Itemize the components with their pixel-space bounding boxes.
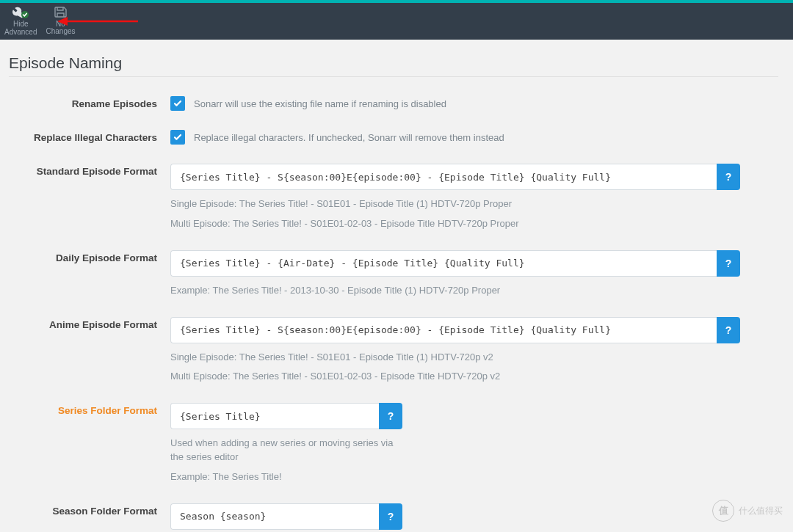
hint-standard-single: Single Episode: The Series Title! - S01E…: [170, 197, 552, 211]
row-rename-episodes: Rename Episodes Sonarr will use the exis…: [9, 96, 778, 111]
checkbox-replace-illegal[interactable]: [170, 130, 185, 145]
input-standard-format[interactable]: [170, 164, 717, 190]
label-anime-format: Anime Episode Format: [9, 317, 170, 332]
row-daily-format: Daily Episode Format ? Example: The Seri…: [9, 250, 778, 298]
hint-daily: Example: The Series Title! - 2013-10-30 …: [170, 284, 552, 298]
save-disk-icon: [54, 7, 68, 21]
hint-anime-multi: Multi Episode: The Series Title! - S01E0…: [170, 370, 552, 384]
help-button-season-folder[interactable]: ?: [379, 503, 402, 530]
no-changes-button[interactable]: No Changes: [46, 7, 75, 36]
help-button-anime[interactable]: ?: [717, 317, 740, 343]
label-series-folder: Series Folder Format: [9, 403, 170, 418]
hint-standard-multi: Multi Episode: The Series Title! - S01E0…: [170, 217, 552, 231]
label-daily-format: Daily Episode Format: [9, 250, 170, 265]
input-series-folder[interactable]: [170, 403, 379, 429]
row-standard-format: Standard Episode Format ? Single Episode…: [9, 164, 778, 231]
hint-anime-single: Single Episode: The Series Title! - S01E…: [170, 351, 552, 365]
label-replace-illegal: Replace Illegal Characters: [9, 130, 170, 145]
input-season-folder[interactable]: [170, 503, 379, 530]
watermark: 值 什么值得买: [712, 500, 783, 522]
label-rename-episodes: Rename Episodes: [9, 96, 170, 111]
help-replace-illegal: Replace illegal characters. If unchecked…: [194, 132, 504, 143]
watermark-text: 什么值得买: [739, 505, 783, 517]
help-button-daily[interactable]: ?: [717, 250, 740, 277]
row-anime-format: Anime Episode Format ? Single Episode: T…: [9, 317, 778, 385]
toolbar: Hide Advanced No Changes: [0, 3, 793, 40]
help-button-standard[interactable]: ?: [717, 164, 740, 190]
check-icon: [173, 132, 183, 142]
watermark-badge-icon: 值: [712, 500, 734, 522]
hint-series-folder-1: Used when adding a new series or moving …: [170, 437, 405, 464]
page-content: Episode Naming Rename Episodes Sonarr wi…: [0, 40, 793, 532]
toolbar-btn-line2: Advanced: [4, 29, 37, 37]
input-daily-format[interactable]: [170, 250, 717, 277]
help-rename-episodes: Sonarr will use the existing file name i…: [194, 98, 446, 109]
help-button-series-folder[interactable]: ?: [379, 403, 402, 429]
check-icon: [173, 98, 183, 109]
hint-series-folder-2: Example: The Series Title!: [170, 470, 552, 484]
label-season-folder: Season Folder Format: [9, 503, 170, 518]
row-season-folder: Season Folder Format ? Example: Season 1: [9, 503, 778, 532]
row-replace-illegal: Replace Illegal Characters Replace illeg…: [9, 130, 778, 145]
label-standard-format: Standard Episode Format: [9, 164, 170, 178]
input-anime-format[interactable]: [170, 317, 717, 343]
wrench-check-icon: [12, 7, 29, 21]
page-title: Episode Naming: [9, 54, 778, 77]
hide-advanced-button[interactable]: Hide Advanced: [4, 7, 37, 37]
toolbar-btn-line2: Changes: [46, 28, 75, 36]
row-series-folder: Series Folder Format ? Used when adding …: [9, 403, 778, 484]
checkbox-rename-episodes[interactable]: [170, 96, 185, 111]
